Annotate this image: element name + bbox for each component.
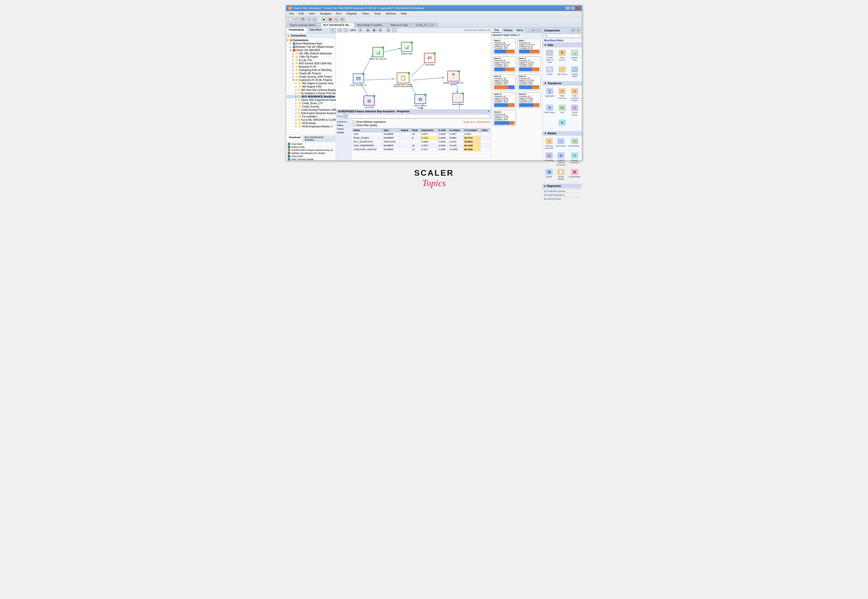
comp-data-source[interactable]: 🗄 Data Source	[557, 49, 568, 64]
tree-buy-insurance[interactable]: ▷ ⚡ BUY INSURANCE Workflow	[287, 95, 335, 98]
checkbox-icon[interactable]	[352, 124, 355, 126]
decision-node-20[interactable]: Node 20 Predictions: No Support: 40 (5.6…	[518, 92, 541, 108]
comp-filter-columns-details[interactable]: ⊟ Filter Columns Details	[569, 87, 580, 102]
decision-tree-content[interactable]: Node 6 Predictions: No Support: 296 (41.…	[492, 37, 542, 160]
zoom-dropdown[interactable]: ▾	[358, 28, 363, 32]
comp-search-input[interactable]	[543, 34, 581, 38]
comp-filter-rows[interactable]: ▼ Filter Rows	[544, 104, 555, 117]
menu-file[interactable]: File	[288, 12, 295, 15]
tree-asset[interactable]: ▷ A Asset Maintenace Appl	[287, 42, 335, 45]
supervised-node[interactable]: 📋 SUPERVISED Feature Selection Buy Insur…	[392, 72, 415, 87]
table-row[interactable]: BUY_INSURANCE VARCHAR2 → 0.0000 0.0000 0…	[352, 140, 490, 144]
scatter-node[interactable]: 📊 Scatter Box plots etc.	[369, 47, 387, 60]
multiple-classification-node[interactable]: 50⚡ Multiple Classification ML Models	[443, 71, 463, 86]
linking-nodes-link[interactable]: ⊞ Linking Nodes	[543, 197, 582, 201]
tree-connections-root[interactable]: ▼ A Connections	[287, 39, 335, 42]
thumbnail-tab[interactable]: Thumbnail	[287, 135, 303, 142]
sidebar-columns[interactable]: Columns	[337, 120, 350, 123]
tree-oracle18c[interactable]: ▼ O Oracle 18c DMUSER	[287, 48, 335, 52]
tree-credit-scoring-pred[interactable]: ▷ 📁 Credit Scoring Predictions OML	[287, 108, 335, 111]
tree-charlie[interactable]: ▷ 📁 Charlie ML Projects	[287, 72, 335, 75]
checkbox-icon[interactable]	[352, 120, 355, 123]
list-item[interactable]: SUPERVISED Feature Selection Buy Ins	[287, 149, 335, 152]
table-row[interactable]: CAR_OWNERSHIP NUMBER → 18 0.0077 0.0000 …	[352, 144, 490, 147]
back-button[interactable]: ◁	[306, 17, 311, 22]
buy-insurance-thumb-tab[interactable]: BUY INSURANCE Workflow	[303, 135, 335, 142]
close-button[interactable]: ✕	[576, 6, 580, 10]
tree-customers[interactable]: ▼ 📂 Customers R US ML Projects	[287, 78, 335, 82]
tab-buy-insurance[interactable]: BUY INSURANCE Workflow✕	[321, 23, 354, 27]
tree-lab[interactable]: ▷ 📁 A_Lab_Fun	[287, 59, 335, 62]
filter-columns-node[interactable]: ⊟ Filter Columns Details	[411, 94, 429, 109]
tree-and[interactable]: ▷ 📁 AnD Summit 2020 ODM HDL	[287, 62, 335, 65]
comp-pin-button[interactable]: 📌	[576, 29, 580, 32]
search-icon[interactable]: 🔍	[343, 114, 348, 118]
tree-toolbar-icon3[interactable]: ◻	[536, 29, 540, 32]
list-item[interactable]: Class Build	[287, 155, 335, 158]
save-button[interactable]: 💾	[300, 17, 305, 22]
new-button[interactable]: 📄	[288, 17, 293, 22]
zoom-out-button[interactable]: 🔍	[344, 28, 348, 32]
search-input[interactable]	[349, 114, 490, 118]
comp-explore-data[interactable]: 📊 Explore Data	[569, 49, 580, 64]
tree-toolbar-icon1[interactable]: 📊	[526, 29, 530, 32]
comp-r-extensible[interactable]: R R Extensible	[568, 168, 581, 181]
tree-a1[interactable]: ▷ 📁 A1 Analytics 4 Oracle DVD dem	[287, 92, 335, 95]
menu-view[interactable]: View	[308, 12, 316, 15]
connections-tree[interactable]: ▼ A Connections ▷ A Asset Maintenace App…	[286, 38, 336, 135]
help-icon[interactable]: ?	[488, 110, 489, 113]
rt-settings-tab[interactable]: Settings	[502, 29, 514, 32]
window-controls[interactable]: ─ □ ✕	[566, 6, 580, 10]
decision-node-13[interactable]: Node 13 Predictions: Yes Support: 64 (9.…	[493, 74, 516, 90]
tab-clas-dt[interactable]: CLAS_DT_1_6✕	[414, 23, 438, 27]
debug-button[interactable]: 🐛	[334, 17, 339, 22]
sidebar-details[interactable]: Details	[337, 131, 350, 134]
sidebar-filters[interactable]: Filters	[337, 123, 350, 127]
comp-clustering[interactable]: ◎ Clustering	[544, 151, 554, 167]
tree-credit-score-ltv[interactable]: ▷ 📁 Credit_Score_LTV	[287, 102, 335, 105]
rt-tree-tab[interactable]: Tree	[492, 28, 501, 32]
decision-node-12[interactable]: Node 12 Predictions: No Support: 85 (12.…	[518, 56, 541, 72]
decision-node-15[interactable]: Node 15 Predictions: No Support: 67 (9.4…	[493, 92, 516, 108]
comp-model-details[interactable]: 📄 Model Details	[555, 168, 567, 181]
add-connection-button[interactable]: +	[330, 28, 335, 33]
tree-hcm-attrition[interactable]: ▷ 📁 HCM Employees Attrition 2	[287, 125, 335, 128]
decision-node-14[interactable]: Node 14 Predictions: No Support: 82 (11.…	[518, 74, 541, 90]
stop-button[interactable]: ⏹	[328, 17, 332, 22]
decision-node-11[interactable]: Node 11 Predictions: No Support: 149 (21…	[493, 56, 516, 72]
tree-fun-varchar[interactable]: ▷ 📁 Fun w ML VARCHAR to CLOB	[287, 118, 335, 122]
comp-sql-query[interactable]: ⚡ SQL Query	[557, 65, 568, 79]
comp-update-table[interactable]: 🔄 Update Table	[569, 65, 580, 79]
comp-filter-columns[interactable]: ⊟ Filter Columns	[557, 87, 568, 102]
cust-insur-ltv-node[interactable]: 🗃 CUST_INSUR_LTV	[350, 73, 367, 86]
tree-business[interactable]: ▷ 📁 Business R US	[287, 65, 335, 68]
menu-help[interactable]: Help	[400, 12, 408, 15]
sidebar-cache[interactable]: Cache	[337, 127, 350, 131]
settings-icon[interactable]: ⚙	[340, 17, 345, 22]
show-data-quality-check[interactable]: Show Data Quality	[352, 124, 490, 126]
comp-anomaly-detection[interactable]: ⚠ Anomaly Detection	[544, 137, 554, 151]
tree-credit-scoring[interactable]: ▷ 📁 Credit_Scoring_100K Project	[287, 75, 335, 78]
stop-workflow-button[interactable]: ⏹	[372, 28, 376, 32]
list-item[interactable]: Explore Data	[287, 146, 335, 149]
forward-button[interactable]: ▷	[312, 17, 317, 22]
tree-brandan[interactable]: ▷ B Brandan Trail 18c DBaaS dmuser	[287, 45, 335, 48]
tab-welcome[interactable]: Welcome Page✕	[388, 23, 413, 27]
rt-alerts-tab[interactable]: Alerts	[515, 29, 525, 32]
tree-fun[interactable]: ▷ 📁 Fun activities	[287, 115, 335, 118]
tree-360-fod[interactable]: ▷ 📁 360 Degree FOD	[287, 85, 335, 88]
transforms-section-header[interactable]: ▼ Transforms	[543, 81, 582, 86]
list-item[interactable]: Multiple Classification ML Models	[287, 152, 335, 155]
menu-team[interactable]: Team	[361, 12, 370, 15]
list-item[interactable]: Clust Build	[287, 143, 335, 146]
table-row[interactable]: AGE NUMBER → 19 0.0077 0.0000 6.4497 3.4…	[352, 132, 490, 136]
run-button[interactable]: ▶	[321, 17, 326, 22]
data-miner-tab[interactable]: Data Miner	[307, 27, 325, 33]
grid-button[interactable]: ⊟	[386, 28, 391, 32]
properties-button[interactable]: 📋	[392, 28, 397, 32]
tab-wine-model[interactable]: Wine Model CreateModel2 SQL script.sql✕	[355, 23, 388, 27]
show-attr-importance-check[interactable]: Show Attribute Importance Target: BUY_IN…	[352, 120, 490, 123]
run-workflow-button[interactable]: ▶	[366, 28, 370, 32]
menu-diagram[interactable]: Diagram	[345, 12, 358, 15]
menu-run[interactable]: Run	[335, 12, 342, 15]
